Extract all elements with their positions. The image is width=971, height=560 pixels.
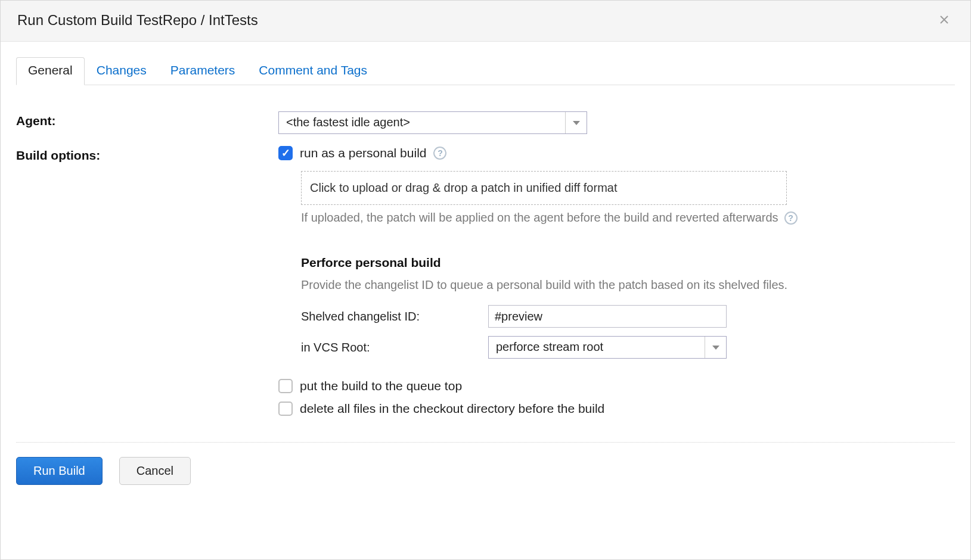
dialog-footer: Run Build Cancel [1, 443, 970, 499]
perforce-description: Provide the changelist ID to queue a per… [301, 278, 955, 292]
vcs-root-select-toggle[interactable] [705, 337, 726, 358]
tab-bar: General Changes Parameters Comment and T… [16, 57, 955, 85]
vcs-root-label: in VCS Root: [301, 341, 488, 354]
personal-build-checkbox[interactable]: ✓ [278, 146, 293, 160]
close-button[interactable] [935, 11, 954, 29]
patch-dropzone[interactable]: Click to upload or drag & drop a patch i… [301, 171, 787, 205]
upload-hint: If uploaded, the patch will be applied o… [301, 211, 778, 225]
dropzone-text: Click to upload or drag & drop a patch i… [310, 181, 617, 194]
chevron-down-icon [573, 121, 580, 125]
agent-select[interactable]: <the fastest idle agent> [278, 111, 587, 134]
shelved-changelist-label: Shelved changelist ID: [301, 310, 488, 323]
chevron-down-icon [712, 346, 719, 350]
personal-build-label: run as a personal build [300, 146, 426, 160]
checkmark-icon: ✓ [281, 147, 290, 160]
general-form: Agent: <the fastest idle agent> Build op… [16, 85, 955, 424]
queue-top-checkbox[interactable] [278, 379, 293, 393]
agent-label: Agent: [16, 111, 278, 128]
build-options-label: Build options: [16, 146, 278, 163]
close-icon [939, 15, 949, 24]
cancel-button[interactable]: Cancel [119, 457, 191, 485]
tab-changes[interactable]: Changes [85, 57, 159, 85]
dialog-title: Run Custom Build TestRepo / IntTests [17, 12, 258, 29]
clean-checkout-checkbox[interactable] [278, 402, 293, 416]
shelved-changelist-input[interactable] [488, 305, 727, 328]
tab-parameters[interactable]: Parameters [159, 57, 247, 85]
dialog-header: Run Custom Build TestRepo / IntTests [1, 1, 970, 42]
agent-select-value: <the fastest idle agent> [279, 112, 565, 133]
vcs-root-value: perforce stream root [489, 337, 705, 358]
help-icon[interactable]: ? [433, 147, 446, 160]
vcs-root-select[interactable]: perforce stream root [488, 336, 727, 359]
perforce-heading: Perforce personal build [301, 256, 955, 270]
tab-comment-and-tags[interactable]: Comment and Tags [247, 57, 379, 85]
run-custom-build-dialog: Run Custom Build TestRepo / IntTests Gen… [0, 0, 971, 560]
help-icon[interactable]: ? [784, 211, 798, 225]
tab-general[interactable]: General [16, 57, 85, 85]
run-build-button[interactable]: Run Build [16, 457, 103, 485]
queue-top-label: put the build to the queue top [300, 379, 462, 393]
agent-select-toggle[interactable] [565, 112, 587, 133]
clean-checkout-label: delete all files in the checkout directo… [300, 402, 604, 416]
